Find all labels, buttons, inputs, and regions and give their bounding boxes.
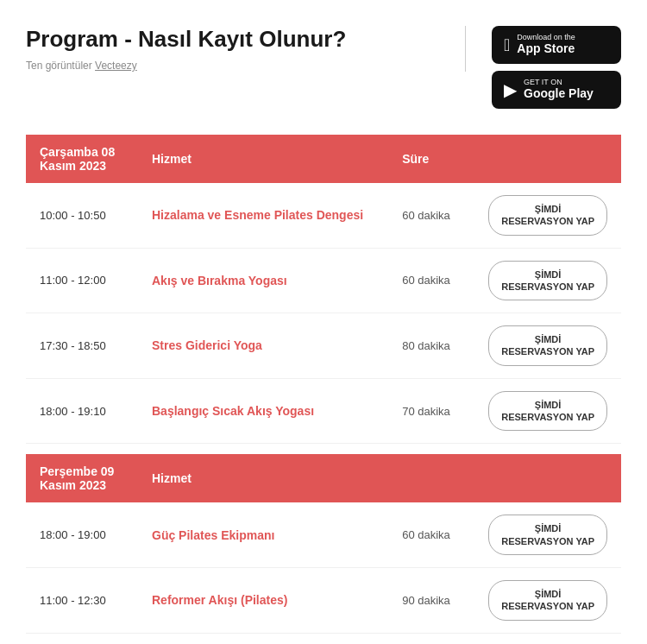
duration-cell-1-1: 90 dakika <box>388 567 474 633</box>
reserve-button-0-2[interactable]: ŞİMDİRESERVASYON YAP <box>488 325 607 366</box>
col-action-0 <box>474 135 621 183</box>
service-cell-0-3: Başlangıç Sıcak Akış Yogası <box>138 378 388 444</box>
session-row-1-1: 11:00 - 12:30 Reformer Akışı (Pilates) 9… <box>26 567 621 633</box>
col-hizmet-0: Hizmet <box>138 135 388 183</box>
reserve-button-1-0[interactable]: ŞİMDİRESERVASYON YAP <box>488 515 607 555</box>
time-cell-0-2: 17:30 - 18:50 <box>26 313 138 379</box>
action-cell-1-1: ŞİMDİRESERVASYON YAP <box>474 567 621 633</box>
spacer-row <box>26 444 621 455</box>
day-header-1: Perşembe 09 Kasım 2023 Hizmet <box>26 454 621 502</box>
duration-cell-0-2: 80 dakika <box>388 313 474 379</box>
col-hizmet-1: Hizmet <box>138 454 388 502</box>
session-row-0-3: 18:00 - 19:10 Başlangıç Sıcak Akış Yogas… <box>26 378 621 444</box>
page-title: Program - Nasıl Kayıt Olunur? <box>26 26 439 53</box>
time-cell-0-0: 10:00 - 10:50 <box>26 183 138 248</box>
duration-cell-0-3: 70 dakika <box>388 378 474 444</box>
day-date-1: Perşembe 09 Kasım 2023 <box>26 454 138 502</box>
googleplay-icon: ▶ <box>504 79 517 100</box>
page-wrapper: Program - Nasıl Kayıt Olunur? Ten görünt… <box>0 0 647 644</box>
service-cell-0-1: Akış ve Bırakma Yogası <box>138 248 388 313</box>
time-cell-0-3: 18:00 - 19:10 <box>26 378 138 444</box>
action-cell-0-2: ŞİMDİRESERVASYON YAP <box>474 313 621 379</box>
service-cell-1-2: Yin /Restoratif Yoga <box>138 633 388 644</box>
session-row-0-0: 10:00 - 10:50 Hizalama ve Esneme Pilates… <box>26 183 621 248</box>
session-row-0-1: 11:00 - 12:00 Akış ve Bırakma Yogası 60 … <box>26 248 621 313</box>
col-sure-1 <box>388 454 474 502</box>
header: Program - Nasıl Kayıt Olunur? Ten görünt… <box>26 26 621 109</box>
time-cell-1-2: 18:00 - 20:00 <box>26 633 138 644</box>
appstore-badge[interactable]:  Download on the App Store <box>492 26 621 64</box>
reserve-button-0-0[interactable]: ŞİMDİRESERVASYON YAP <box>488 195 607 236</box>
col-action-1 <box>474 454 621 502</box>
session-row-0-2: 17:30 - 18:50 Stres Giderici Yoga 80 dak… <box>26 313 621 379</box>
session-row-1-2: 18:00 - 20:00 Yin /Restoratif Yoga 120 d… <box>26 633 621 644</box>
duration-cell-1-2: 120 dakika <box>388 633 474 644</box>
header-left: Program - Nasıl Kayıt Olunur? Ten görünt… <box>26 26 466 72</box>
time-cell-1-1: 11:00 - 12:30 <box>26 567 138 633</box>
header-right:  Download on the App Store ▶ GET IT ON … <box>466 26 621 109</box>
reserve-button-0-3[interactable]: ŞİMDİRESERVASYON YAP <box>488 391 607 432</box>
action-cell-1-2: ŞİMDİRESERVASYON YAP <box>474 633 621 644</box>
time-cell-0-1: 11:00 - 12:00 <box>26 248 138 313</box>
subtitle-text: Ten görüntüler <box>26 60 92 72</box>
subtitle: Ten görüntüler Vecteezy <box>26 60 439 72</box>
duration-cell-0-1: 60 dakika <box>388 248 474 313</box>
day-date-0: Çarşamba 08 Kasım 2023 <box>26 135 138 183</box>
service-cell-1-0: Güç Pilates Ekipmanı <box>138 502 388 567</box>
vecteezy-link[interactable]: Vecteezy <box>95 60 137 72</box>
session-row-1-0: 18:00 - 19:00 Güç Pilates Ekipmanı 60 da… <box>26 502 621 567</box>
reserve-button-1-1[interactable]: ŞİMDİRESERVASYON YAP <box>488 580 607 621</box>
googleplay-text: GET IT ON Google Play <box>524 79 594 101</box>
reserve-button-0-1[interactable]: ŞİMDİRESERVASYON YAP <box>488 261 607 301</box>
googleplay-big-text: Google Play <box>524 86 594 101</box>
action-cell-0-3: ŞİMDİRESERVASYON YAP <box>474 378 621 444</box>
duration-cell-1-0: 60 dakika <box>388 502 474 567</box>
schedule-table: Çarşamba 08 Kasım 2023 Hizmet Süre 10:00… <box>26 135 621 644</box>
service-cell-1-1: Reformer Akışı (Pilates) <box>138 567 388 633</box>
col-sure-0: Süre <box>388 135 474 183</box>
apple-icon:  <box>504 35 510 55</box>
service-cell-0-2: Stres Giderici Yoga <box>138 313 388 379</box>
appstore-small-text: Download on the <box>517 34 575 41</box>
action-cell-1-0: ŞİMDİRESERVASYON YAP <box>474 502 621 567</box>
appstore-big-text: App Store <box>517 41 575 56</box>
time-cell-1-0: 18:00 - 19:00 <box>26 502 138 567</box>
googleplay-small-text: GET IT ON <box>524 79 594 86</box>
action-cell-0-1: ŞİMDİRESERVASYON YAP <box>474 248 621 313</box>
action-cell-0-0: ŞİMDİRESERVASYON YAP <box>474 183 621 248</box>
googleplay-badge[interactable]: ▶ GET IT ON Google Play <box>492 71 621 109</box>
appstore-text: Download on the App Store <box>517 34 575 56</box>
duration-cell-0-0: 60 dakika <box>388 183 474 248</box>
day-header-0: Çarşamba 08 Kasım 2023 Hizmet Süre <box>26 135 621 183</box>
service-cell-0-0: Hizalama ve Esneme Pilates Dengesi <box>138 183 388 248</box>
